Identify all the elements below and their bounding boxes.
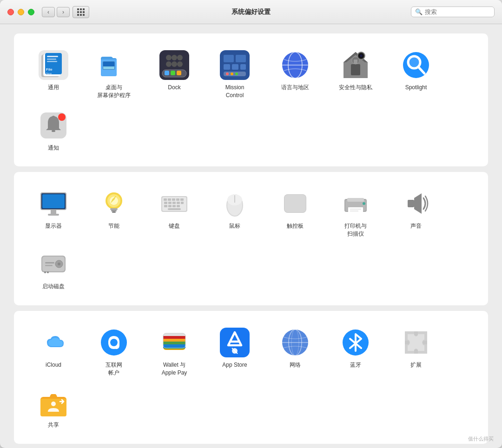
- svg-rect-79: [172, 205, 176, 207]
- trackpad-label: 触控板: [287, 222, 304, 230]
- pref-wallet[interactable]: Wallet 与Apple Pay: [144, 322, 205, 382]
- pref-dock[interactable]: Dock: [144, 45, 205, 105]
- security-icon: [341, 50, 370, 80]
- pref-printer[interactable]: 打印机与扫描仪: [325, 183, 386, 244]
- language-label: 语言与地区: [281, 84, 309, 92]
- pref-display[interactable]: 显示器: [23, 183, 84, 244]
- pref-desktop[interactable]: 桌面与屏幕保护程序: [84, 45, 144, 105]
- svg-rect-115: [163, 344, 185, 348]
- minimize-button[interactable]: [18, 9, 24, 15]
- back-button[interactable]: ‹: [42, 7, 55, 17]
- forward-button[interactable]: ›: [57, 7, 70, 17]
- section-internet: iCloud 互联网帐户: [14, 311, 488, 444]
- svg-rect-102: [45, 265, 53, 266]
- mission-label: MissionControl: [225, 84, 244, 99]
- svg-point-52: [58, 113, 66, 121]
- svg-rect-70: [176, 198, 179, 201]
- grid-view-button[interactable]: [73, 6, 89, 18]
- pref-bluetooth[interactable]: 蓝牙: [325, 322, 386, 382]
- svg-rect-12: [103, 62, 114, 66]
- svg-rect-28: [232, 64, 238, 70]
- appstore-label: App Store: [222, 361, 247, 369]
- section-personal: File New 通用: [14, 33, 488, 166]
- dock-icon: [159, 50, 189, 80]
- svg-rect-76: [181, 202, 184, 204]
- pref-internet[interactable]: 互联网帐户: [84, 322, 144, 382]
- pref-notification[interactable]: 通知: [23, 105, 84, 158]
- energy-icon: [99, 189, 129, 218]
- extensions-label: 扩展: [410, 361, 422, 369]
- pref-icloud[interactable]: iCloud: [23, 322, 84, 382]
- svg-rect-39: [351, 64, 360, 75]
- pref-startup[interactable]: 启动磁盘: [23, 244, 84, 296]
- pref-language[interactable]: 语言与地区: [265, 45, 325, 105]
- desktop-icon: [99, 50, 129, 80]
- svg-point-31: [226, 72, 229, 75]
- svg-rect-78: [168, 205, 172, 207]
- pref-mouse[interactable]: 鼠标: [205, 183, 265, 244]
- pref-appstore[interactable]: App Store: [205, 322, 265, 382]
- pref-sharing[interactable]: 共享: [23, 382, 84, 435]
- svg-rect-25: [224, 55, 234, 62]
- display-label: 显示器: [45, 222, 62, 230]
- svg-rect-41: [354, 59, 357, 64]
- svg-point-23: [177, 61, 183, 67]
- svg-rect-69: [172, 198, 175, 201]
- wallet-label: Wallet 与Apple Pay: [162, 361, 187, 377]
- pref-mission[interactable]: MissionControl: [205, 45, 265, 105]
- search-box[interactable]: 🔍: [411, 7, 495, 17]
- display-icon: [39, 189, 68, 218]
- svg-rect-64: [112, 211, 116, 213]
- pref-energy[interactable]: 节能: [84, 183, 144, 244]
- maximize-button[interactable]: [28, 9, 34, 15]
- sharing-label: 共享: [48, 421, 59, 429]
- pref-extensions[interactable]: 扩展: [386, 322, 446, 382]
- svg-point-22: [172, 61, 177, 67]
- pref-security[interactable]: 安全性与隐私: [325, 45, 386, 105]
- svg-point-103: [44, 271, 46, 273]
- network-label: 网络: [290, 361, 301, 369]
- search-input[interactable]: [425, 8, 490, 15]
- svg-rect-95: [408, 200, 414, 207]
- general-label: 通用: [48, 84, 59, 92]
- close-button[interactable]: [7, 9, 14, 15]
- internet-label: 互联网帐户: [106, 361, 122, 377]
- svg-point-61: [110, 197, 118, 205]
- svg-point-18: [166, 55, 172, 60]
- energy-label: 节能: [108, 222, 119, 230]
- svg-rect-111: [163, 336, 185, 339]
- sharing-icon: [39, 388, 68, 417]
- notification-icon: [39, 111, 68, 140]
- svg-rect-75: [177, 202, 180, 204]
- section2-grid: 显示器: [23, 183, 479, 296]
- pref-keyboard[interactable]: 键盘: [144, 183, 205, 244]
- svg-rect-73: [168, 202, 172, 204]
- extensions-icon: [401, 328, 431, 357]
- svg-point-44: [360, 54, 363, 57]
- svg-rect-17: [177, 71, 181, 75]
- svg-rect-26: [236, 55, 246, 62]
- svg-rect-74: [172, 202, 176, 204]
- grid-dots-icon: [77, 8, 85, 16]
- svg-point-104: [47, 271, 49, 273]
- svg-point-100: [58, 263, 60, 265]
- desktop-label: 桌面与屏幕保护程序: [97, 84, 131, 99]
- mouse-label: 鼠标: [229, 222, 240, 230]
- keyboard-icon: [159, 189, 189, 218]
- pref-sound[interactable]: 声音: [386, 183, 446, 244]
- system-preferences-window: ‹ › 系统偏好设置 🔍: [0, 0, 502, 448]
- section3-grid: iCloud 互联网帐户: [23, 322, 479, 435]
- pref-network[interactable]: 网络: [265, 322, 325, 382]
- pref-general[interactable]: File New 通用: [23, 45, 84, 105]
- pref-trackpad[interactable]: 触控板: [265, 183, 325, 244]
- sound-icon: [401, 189, 431, 218]
- window-title: 系统偏好设置: [231, 8, 271, 16]
- pref-spotlight[interactable]: Spotlight: [386, 45, 446, 105]
- spotlight-icon: [401, 50, 431, 80]
- svg-rect-77: [164, 205, 167, 207]
- svg-rect-91: [348, 207, 363, 213]
- svg-text:File: File: [46, 67, 53, 72]
- svg-rect-6: [47, 59, 56, 60]
- bluetooth-label: 蓝牙: [350, 361, 361, 369]
- svg-text:New: New: [46, 72, 52, 75]
